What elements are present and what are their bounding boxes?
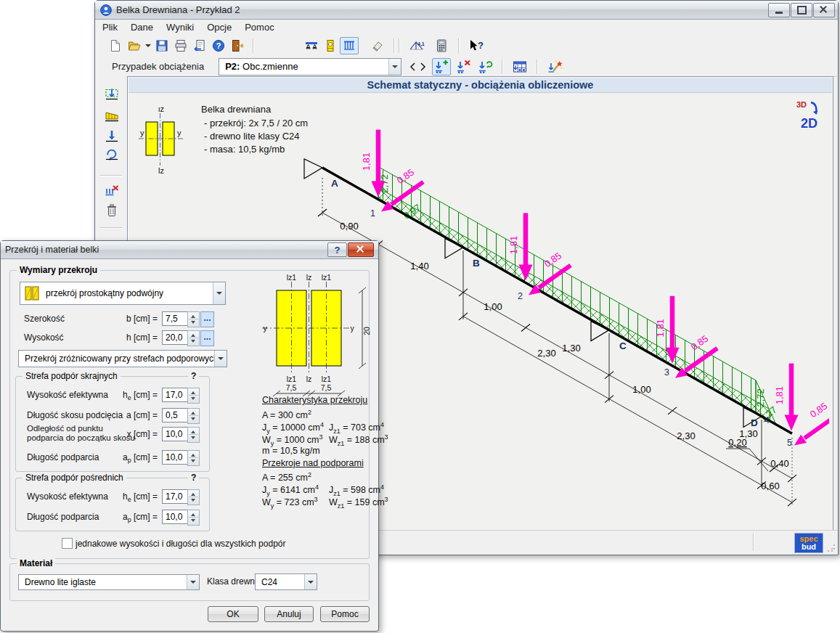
menu-dane[interactable]: Dane <box>124 20 160 34</box>
loadcase-refresh-button[interactable] <box>476 58 494 75</box>
svg-text:lz: lz <box>306 273 312 282</box>
svg-text:7,5: 7,5 <box>321 383 332 392</box>
svg-text:1,00: 1,00 <box>484 301 502 312</box>
svg-text:B: B <box>473 258 480 269</box>
moment-diagram-button[interactable]: 4,1 <box>407 37 426 54</box>
height-stepper[interactable] <box>187 330 200 346</box>
section-view-button[interactable] <box>321 37 340 54</box>
delete-load-button[interactable] <box>102 182 121 201</box>
open-dropdown-button[interactable] <box>144 37 152 54</box>
wood-class-label: Klasa drewna <box>207 576 260 587</box>
combo-arrow-icon[interactable] <box>213 282 225 304</box>
x-input[interactable] <box>162 427 189 441</box>
maximize-button[interactable] <box>791 3 812 17</box>
he-outer-stepper[interactable] <box>187 388 200 404</box>
same-heights-checkbox[interactable] <box>62 538 73 549</box>
loadcase-combo[interactable]: P2: Obc.zmienne <box>219 58 401 75</box>
height-input[interactable] <box>162 330 189 345</box>
prev-case-button[interactable] <box>407 59 417 75</box>
menu-wyniki[interactable]: Wyniki <box>160 20 200 34</box>
loadcase-delete-button[interactable] <box>454 58 473 75</box>
cancel-button[interactable]: Anuluj <box>264 606 314 622</box>
dimensions-group-label: Wymiary przekroju <box>17 265 100 275</box>
menu-opcje[interactable]: Opcje <box>200 20 238 34</box>
outer-group-help[interactable]: ? <box>188 371 199 381</box>
width-more-button[interactable]: ... <box>200 311 214 327</box>
save-button[interactable] <box>152 37 171 54</box>
width-input[interactable] <box>162 311 189 326</box>
svg-text:1,30: 1,30 <box>562 343 580 354</box>
same-heights-label: jednakowe wysokości i długości dla wszys… <box>76 539 285 549</box>
beam-view-button[interactable] <box>302 37 321 54</box>
ap-outer-stepper[interactable] <box>187 450 200 466</box>
trapezoid-load-button[interactable] <box>102 107 121 126</box>
open-file-button[interactable] <box>125 37 144 54</box>
height-more-button[interactable]: ... <box>200 330 214 346</box>
load-wizard-button[interactable] <box>545 58 564 75</box>
menu-plik[interactable]: Plik <box>96 20 124 34</box>
moment-load-button[interactable] <box>102 144 121 163</box>
chevron-right-icon <box>420 62 426 71</box>
eraser-button[interactable] <box>367 37 386 54</box>
wood-class-combo[interactable]: C24 <box>255 573 317 590</box>
svg-text:1,00: 1,00 <box>632 384 651 395</box>
report-export-button[interactable] <box>190 37 209 54</box>
trash-button[interactable] <box>102 201 121 220</box>
context-help-button[interactable]: ? <box>467 37 486 54</box>
combo-arrow-icon[interactable] <box>214 351 227 367</box>
svg-text:1,81: 1,81 <box>361 152 372 171</box>
main-titlebar[interactable]: Belka Drewniana - Przykład 2 <box>95 1 838 20</box>
a-symbol: a [cm] = <box>110 410 158 420</box>
loads-view-button[interactable] <box>340 37 359 54</box>
menu-pomoc[interactable]: Pomoc <box>238 20 280 34</box>
ap-outer-label: Długość podparcia <box>27 452 99 462</box>
dialog-close-button[interactable] <box>348 242 374 257</box>
area-load-button[interactable] <box>102 85 121 104</box>
exit-button[interactable] <box>228 37 247 54</box>
load-table-button[interactable] <box>510 58 529 75</box>
print-icon <box>174 38 188 53</box>
material-type-combo[interactable]: Drewno lite iglaste <box>18 574 200 590</box>
svg-text:0,20: 0,20 <box>728 437 746 448</box>
calculator-button[interactable] <box>432 37 451 54</box>
svg-text:4: 4 <box>764 415 770 425</box>
a-label: Długość skosu podcięcia <box>27 410 123 420</box>
help-button[interactable]: ? <box>209 37 228 54</box>
new-document-icon <box>108 38 123 53</box>
ap-inner-stepper[interactable] <box>187 510 200 526</box>
ok-button[interactable]: OK <box>208 606 258 622</box>
beam-line[interactable] <box>322 168 792 433</box>
dialog-help-button[interactable]: ? <box>327 242 347 257</box>
combo-arrow-icon[interactable] <box>388 59 401 75</box>
minimize-button[interactable] <box>768 3 790 17</box>
maximize-icon <box>797 6 807 15</box>
a-stepper[interactable] <box>187 408 200 424</box>
loadcase-add-button[interactable] <box>432 58 451 75</box>
next-case-button[interactable] <box>417 59 428 75</box>
variant-combo[interactable]: Przekrój zróżnicowany przy strefach podp… <box>18 350 227 367</box>
ap-inner-input[interactable] <box>162 510 189 524</box>
dialog-title: Przekrój i materiał belki <box>5 245 99 255</box>
combo-arrow-icon[interactable] <box>187 575 199 589</box>
inner-group-help[interactable]: ? <box>188 473 199 483</box>
close-button[interactable] <box>813 3 835 17</box>
point-load-button[interactable] <box>102 127 121 146</box>
svg-text:?: ? <box>216 41 221 50</box>
print-button[interactable] <box>171 37 190 54</box>
svg-text:y: y <box>263 324 267 332</box>
a-input[interactable] <box>162 408 189 422</box>
width-stepper[interactable] <box>187 311 200 327</box>
distributed-load <box>378 167 776 425</box>
ap-outer-input[interactable] <box>162 450 189 465</box>
x-stepper[interactable] <box>187 427 200 443</box>
new-document-button[interactable] <box>106 37 125 54</box>
chevron-down-icon <box>145 44 151 47</box>
help-button-dialog[interactable]: Pomoc <box>320 606 370 622</box>
resize-grip[interactable] <box>826 543 836 552</box>
he-inner-input[interactable] <box>162 489 189 504</box>
dialog-titlebar[interactable]: Przekrój i materiał belki ? <box>1 241 378 259</box>
shape-combo[interactable]: przekrój prostokątny podwójny <box>20 282 226 305</box>
he-inner-stepper[interactable] <box>187 489 200 505</box>
he-outer-input[interactable] <box>162 388 189 402</box>
combo-arrow-icon[interactable] <box>304 574 317 589</box>
